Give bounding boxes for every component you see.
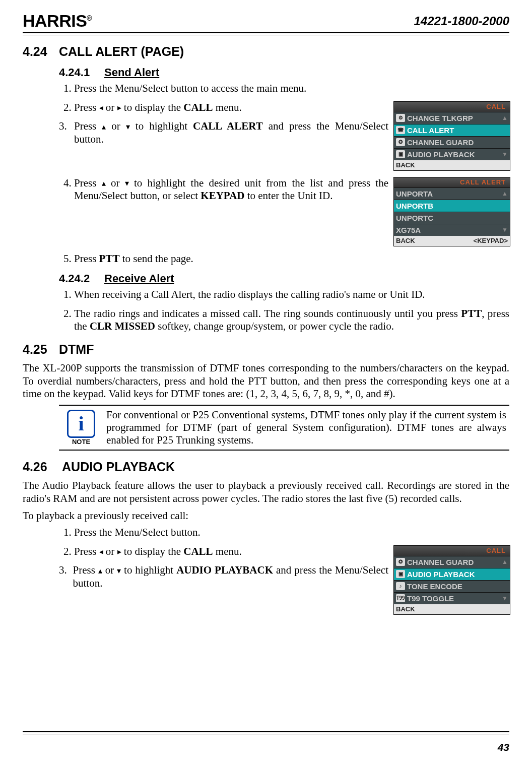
unit-item: XG75A (396, 226, 500, 234)
down-arrow-icon: ▾ (125, 178, 129, 188)
t: or (102, 564, 117, 576)
dtmf-body: The XL-200P supports the transmission of… (23, 362, 509, 401)
menu-icon: ♪ (396, 582, 405, 590)
back-softkey: BACK (396, 162, 415, 168)
note-box: i NOTE For conventional or P25 Conventio… (59, 405, 509, 451)
left-arrow-icon: ◂ (99, 547, 103, 557)
back-softkey: BACK (396, 237, 415, 244)
t: Press (74, 101, 99, 113)
logo: HARRIS® (23, 11, 92, 31)
section-4-24-num: 4.24 (23, 44, 59, 59)
t: CLR MISSED (90, 320, 155, 332)
step-5: Press PTT to send the page. (74, 252, 509, 266)
menu-item: CHANGE TLKGRP (407, 114, 500, 122)
t: Press (74, 177, 102, 189)
right-arrow-icon: ▸ (117, 547, 121, 557)
menu-item: CHANNEL GUARD (407, 558, 500, 566)
tab-label: CALL (484, 547, 508, 554)
t: Press the Menu/Select button. (74, 526, 201, 538)
menu-item: TONE ENCODE (407, 583, 508, 590)
back-softkey: BACK (396, 606, 415, 612)
subsection-4-24-2-num: 4.24.2 (59, 272, 104, 285)
menu-icon: ▣ (396, 150, 405, 158)
audio-playback-body2: To playback a previously received call: (23, 510, 509, 523)
audio-playback-steps: Press the Menu/Select button. Press ◂ or… (59, 526, 509, 615)
section-4-24-heading: 4.24CALL ALERT (PAGE) (23, 44, 509, 59)
t: CALL ALERT (193, 120, 263, 132)
menu-icon: ☎ (396, 126, 405, 134)
logo-reg: ® (87, 14, 92, 22)
subsection-4-24-1-num: 4.24.1 (59, 66, 104, 79)
t: to send the page. (119, 252, 193, 265)
section-4-24-title: CALL ALERT (PAGE) (59, 44, 184, 58)
step-1: Press the Menu/Select button to access t… (74, 82, 509, 95)
t: or (103, 545, 117, 557)
t: to highlight (121, 564, 176, 576)
step-1: When receiving a Call Alert, the radio d… (74, 288, 509, 301)
unit-item: UNPORTC (396, 214, 508, 222)
screenshot-audio-menu: CALL ✪CHANNEL GUARD▲ ▣AUDIO PLAYBACK ♪TO… (393, 545, 509, 615)
tab-label: CALL ALERT (458, 178, 508, 186)
note-label: NOTE (72, 438, 90, 446)
up-arrow-icon: ▴ (102, 178, 106, 188)
t: Press (74, 545, 99, 557)
send-alert-steps: Press the Menu/Select button to access t… (59, 82, 509, 265)
step-2: Press ◂ or ▸ to display the CALL menu. 3… (74, 101, 509, 171)
left-arrow-icon: ◂ (99, 103, 103, 113)
t: to display the (121, 101, 184, 113)
right-arrow-icon: ▸ (117, 103, 121, 113)
t: The radio rings and indicates a missed c… (74, 307, 461, 320)
t: or (106, 177, 125, 189)
footer-rule (23, 731, 509, 734)
unit-item: UNPORTA (396, 190, 500, 198)
t: or (103, 101, 117, 113)
page-number: 43 (498, 741, 509, 753)
down-arrow-icon: ▾ (126, 122, 130, 132)
section-4-25-heading: 4.25DTMF (23, 342, 509, 357)
page-header: HARRIS® 14221-1800-2000 (23, 0, 509, 31)
step-4: Press ▴ or ▾ to highlight the desired un… (74, 177, 509, 246)
t: KEYPAD (201, 189, 244, 202)
note-icon-cell: i NOTE (59, 406, 103, 450)
down-arrow-icon: ▾ (117, 566, 121, 576)
t: AUDIO PLAYBACK (176, 564, 273, 576)
t: Press (74, 120, 102, 132)
section-4-25-num: 4.25 (23, 342, 59, 357)
tab-label: CALL (484, 103, 508, 110)
screenshot-call-menu: CALL ⚙CHANGE TLKGRP▲ ☎CALL ALERT ✪CHANNE… (393, 101, 509, 171)
document-number: 14221-1800-2000 (414, 14, 509, 28)
t: Press (73, 564, 98, 576)
step-1-text: Press the Menu/Select button to access t… (74, 82, 306, 94)
header-rule (23, 32, 509, 35)
t: to display the (121, 545, 184, 557)
t: to highlight (130, 120, 193, 132)
t: CALL (183, 545, 213, 557)
t: Press (74, 252, 99, 265)
t: menu. (213, 545, 242, 557)
section-4-26-title: AUDIO PLAYBACK (59, 460, 175, 474)
menu-icon: T99 (396, 594, 405, 602)
menu-item: T99 TOGGLE (407, 595, 500, 602)
audio-playback-body: The Audio Playback feature allows the us… (23, 479, 509, 505)
logo-text: HARRIS (23, 11, 87, 30)
menu-item: CHANNEL GUARD (407, 139, 508, 146)
keypad-softkey: <KEYPAD> (474, 237, 508, 244)
t: PTT (99, 252, 120, 265)
note-text: For conventional or P25 Conventional sys… (103, 406, 509, 450)
up-arrow-icon: ▴ (102, 122, 106, 132)
screenshot-call-alert-units: CALL ALERT UNPORTA▲ UNPORTB UNPORTC XG75… (393, 177, 509, 246)
section-4-26-heading: 4.26 AUDIO PLAYBACK (23, 460, 509, 474)
menu-icon: ▣ (396, 570, 405, 578)
subsection-4-24-1-heading: 4.24.1Send Alert (59, 66, 509, 79)
page: HARRIS® 14221-1800-2000 4.24CALL ALERT (… (0, 0, 532, 761)
subsection-4-24-2-title: Receive Alert (104, 272, 174, 285)
t: When receiving a Call Alert, the radio d… (74, 288, 425, 300)
up-arrow-icon: ▴ (98, 566, 102, 576)
menu-item: CALL ALERT (407, 126, 508, 134)
unit-item: UNPORTB (396, 202, 508, 210)
t: to enter the Unit ID. (244, 189, 332, 202)
menu-icon: ✪ (396, 558, 405, 566)
subsection-4-24-2-heading: 4.24.2Receive Alert (59, 272, 509, 285)
t: CALL (183, 101, 213, 113)
receive-alert-steps: When receiving a Call Alert, the radio d… (59, 288, 509, 333)
